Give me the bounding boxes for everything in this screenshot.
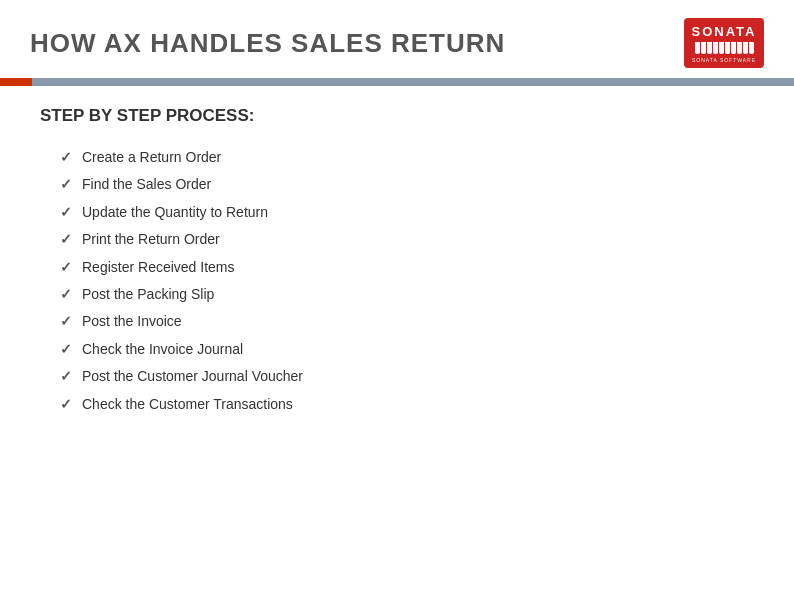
step-label: Print the Return Order: [82, 228, 220, 250]
list-item: ✓Check the Customer Transactions: [60, 393, 754, 415]
step-label: Post the Customer Journal Voucher: [82, 365, 303, 387]
logo: SONATA SONATA SOFTWARE: [684, 18, 764, 68]
checkmark-icon: ✓: [60, 173, 72, 195]
checkmark-icon: ✓: [60, 201, 72, 223]
checkmark-icon: ✓: [60, 256, 72, 278]
checkmark-icon: ✓: [60, 365, 72, 387]
logo-sub: SONATA SOFTWARE: [692, 57, 756, 63]
checkmark-icon: ✓: [60, 338, 72, 360]
piano-key-6: [725, 42, 730, 54]
list-item: ✓Print the Return Order: [60, 228, 754, 250]
section-title: STEP BY STEP PROCESS:: [40, 106, 754, 126]
piano-key-5: [719, 42, 724, 54]
checkmark-icon: ✓: [60, 146, 72, 168]
checkmark-icon: ✓: [60, 228, 72, 250]
logo-piano-icon: [695, 42, 754, 54]
piano-key-8: [737, 42, 742, 54]
list-item: ✓Register Received Items: [60, 256, 754, 278]
piano-key-7: [731, 42, 736, 54]
list-item: ✓Post the Packing Slip: [60, 283, 754, 305]
step-label: Post the Invoice: [82, 310, 182, 332]
accent-right: [32, 78, 794, 86]
piano-key-9: [743, 42, 748, 54]
step-label: Find the Sales Order: [82, 173, 211, 195]
checkmark-icon: ✓: [60, 283, 72, 305]
accent-bar: [0, 78, 794, 86]
checkmark-icon: ✓: [60, 310, 72, 332]
piano-key-3: [707, 42, 712, 54]
list-item: ✓Check the Invoice Journal: [60, 338, 754, 360]
piano-key-4: [713, 42, 718, 54]
list-item: ✓Update the Quantity to Return: [60, 201, 754, 223]
step-label: Check the Invoice Journal: [82, 338, 243, 360]
list-item: ✓Post the Customer Journal Voucher: [60, 365, 754, 387]
step-label: Check the Customer Transactions: [82, 393, 293, 415]
content-area: STEP BY STEP PROCESS: ✓Create a Return O…: [0, 86, 794, 440]
list-item: ✓Find the Sales Order: [60, 173, 754, 195]
page-title: HOW AX HANDLES SALES RETURN: [30, 28, 505, 59]
slide: HOW AX HANDLES SALES RETURN SONATA SONAT…: [0, 0, 794, 595]
steps-list: ✓Create a Return Order✓Find the Sales Or…: [40, 146, 754, 415]
checkmark-icon: ✓: [60, 393, 72, 415]
list-item: ✓Create a Return Order: [60, 146, 754, 168]
step-label: Register Received Items: [82, 256, 235, 278]
piano-key-2: [701, 42, 706, 54]
step-label: Create a Return Order: [82, 146, 221, 168]
header: HOW AX HANDLES SALES RETURN SONATA SONAT…: [0, 0, 794, 78]
accent-left: [0, 78, 32, 86]
logo-brand: SONATA: [692, 24, 757, 39]
piano-key-10: [749, 42, 754, 54]
step-label: Update the Quantity to Return: [82, 201, 268, 223]
piano-key-1: [695, 42, 700, 54]
list-item: ✓Post the Invoice: [60, 310, 754, 332]
step-label: Post the Packing Slip: [82, 283, 214, 305]
